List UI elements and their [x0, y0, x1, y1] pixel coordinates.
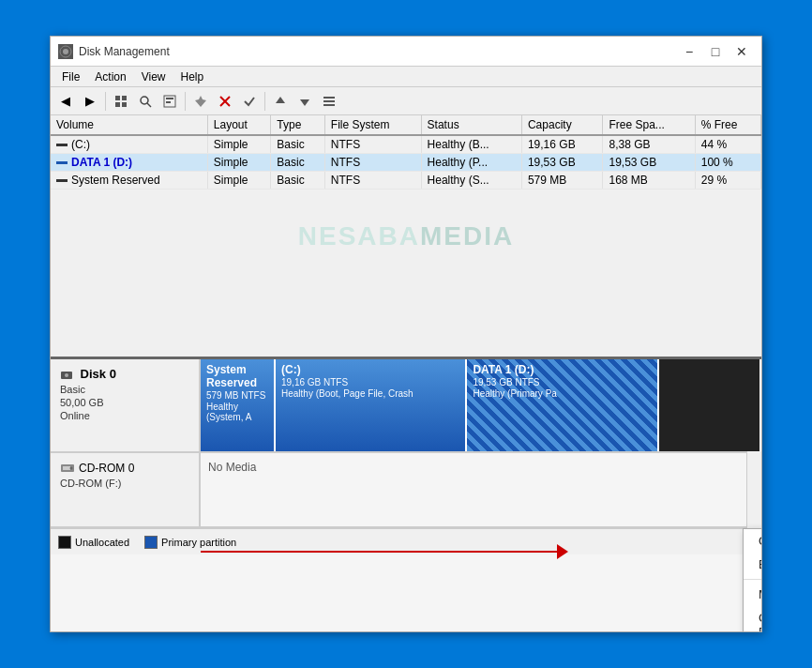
- cell-capacity: 19,16 GB: [521, 135, 603, 154]
- search-button[interactable]: [134, 90, 157, 113]
- watermark-text1: NESABA: [298, 221, 420, 250]
- svg-rect-9: [166, 98, 173, 99]
- col-filesystem[interactable]: File System: [324, 115, 421, 135]
- view-button[interactable]: [110, 90, 132, 113]
- cell-fs: NTFS: [324, 154, 421, 172]
- svg-rect-10: [166, 101, 171, 103]
- partition-size: 579 MB NTFS: [206, 390, 268, 401]
- list-button[interactable]: [318, 90, 340, 113]
- forward-button[interactable]: ▶: [79, 90, 101, 113]
- watermark-text2: MEDIA: [420, 221, 514, 250]
- legend-swatch-primary: [144, 536, 158, 549]
- maximize-button[interactable]: □: [703, 39, 728, 64]
- col-status[interactable]: Status: [421, 115, 521, 135]
- cell-volume: (C:): [51, 135, 207, 154]
- partition-name: System Reserved: [206, 363, 268, 389]
- cell-free: 19,53 GB: [603, 154, 695, 172]
- partition-name: DATA 1 (D:): [473, 363, 651, 376]
- cell-volume: System Reserved: [51, 172, 207, 190]
- disk0-size: 50,00 GB: [60, 397, 189, 408]
- partition-status: Healthy (System, A: [206, 402, 268, 422]
- partition-d[interactable]: DATA 1 (D:) 19,53 GB NTFS Healthy (Prima…: [467, 359, 658, 451]
- context-open[interactable]: Open: [744, 529, 761, 553]
- table-row[interactable]: System Reserved Simple Basic NTFS Health…: [51, 172, 761, 190]
- cell-capacity: 19,53 GB: [521, 154, 603, 172]
- move-down-button[interactable]: [293, 90, 316, 113]
- menu-bar: File Action View Help: [51, 67, 761, 87]
- toolbar-separator-3: [264, 92, 265, 111]
- title-bar: Disk Management − □ ✕: [51, 37, 761, 67]
- context-sep-1: [744, 579, 761, 580]
- drive-icon: [56, 179, 68, 182]
- partition-c[interactable]: (C:) 19,16 GB NTFS Healthy (Boot, Page F…: [276, 359, 467, 451]
- context-explore[interactable]: Explore: [744, 553, 761, 576]
- cell-fs: NTFS: [324, 172, 421, 190]
- table-row[interactable]: (C:) Simple Basic NTFS Healthy (B... 19,…: [51, 135, 761, 154]
- svg-point-22: [70, 467, 73, 470]
- context-mark-active[interactable]: Mark Partition as Active: [744, 583, 761, 606]
- disk0-type: Basic: [60, 384, 189, 395]
- svg-marker-14: [300, 99, 309, 106]
- pin-button[interactable]: [189, 90, 212, 113]
- volume-table-panel: NESABAMEDIA Volume Layout Type File Syst…: [51, 115, 761, 359]
- disk0-partitions: System Reserved 579 MB NTFS Healthy (Sys…: [201, 359, 761, 451]
- minimize-button[interactable]: −: [677, 39, 701, 64]
- cdrom0-label: CD-ROM 0 CD-ROM (F:): [51, 453, 201, 526]
- context-change-letter[interactable]: Change Drive Letter and Paths...: [744, 606, 761, 631]
- watermark: NESABAMEDIA: [298, 221, 514, 251]
- svg-rect-2: [115, 96, 120, 100]
- window-icon: [58, 44, 73, 59]
- cell-percent: 100 %: [695, 154, 760, 172]
- svg-marker-13: [276, 97, 285, 103]
- properties-button[interactable]: [158, 90, 181, 113]
- context-menu: Open Explore Mark Partition as Active Ch…: [743, 528, 761, 631]
- disk0-status: Online: [60, 410, 189, 421]
- cell-type: Basic: [271, 154, 325, 172]
- menu-action[interactable]: Action: [87, 68, 133, 85]
- table-row[interactable]: DATA 1 (D:) Simple Basic NTFS Healthy (P…: [51, 154, 761, 172]
- move-up-button[interactable]: [269, 90, 292, 113]
- svg-rect-15: [323, 97, 335, 99]
- legend-label-unallocated: Unallocated: [75, 537, 129, 548]
- cell-free: 8,38 GB: [603, 135, 695, 154]
- col-volume[interactable]: Volume: [51, 115, 207, 135]
- partition-name: (C:): [281, 363, 459, 376]
- col-layout[interactable]: Layout: [207, 115, 270, 135]
- disk0-label: Disk 0 Basic 50,00 GB Online: [51, 359, 201, 451]
- disk-graphic-panel: Disk 0 Basic 50,00 GB Online System Rese…: [51, 359, 761, 631]
- cell-layout: Simple: [207, 172, 270, 190]
- toolbar-separator-2: [185, 92, 186, 111]
- check-button[interactable]: [238, 90, 261, 113]
- back-button[interactable]: ◀: [54, 90, 77, 113]
- window-title: Disk Management: [79, 45, 677, 58]
- cell-layout: Simple: [207, 154, 270, 172]
- cell-status: Healthy (P...: [421, 154, 521, 172]
- delete-button[interactable]: [214, 90, 236, 113]
- col-free[interactable]: Free Spa...: [603, 115, 695, 135]
- toolbar-separator-1: [105, 92, 106, 111]
- svg-line-7: [147, 103, 151, 107]
- partition-size: 19,16 GB NTFS: [281, 377, 459, 387]
- partition-unallocated[interactable]: [659, 359, 761, 451]
- partition-system-reserved[interactable]: System Reserved 579 MB NTFS Healthy (Sys…: [201, 359, 276, 451]
- svg-rect-16: [323, 100, 335, 102]
- drive-icon: [56, 144, 68, 146]
- svg-rect-17: [323, 104, 335, 106]
- toolbar: ◀ ▶: [51, 87, 761, 115]
- menu-help[interactable]: Help: [173, 68, 212, 85]
- legend-swatch-unallocated: [58, 536, 71, 549]
- partition-status: Healthy (Primary Pa: [473, 388, 651, 399]
- menu-file[interactable]: File: [54, 68, 87, 85]
- col-type[interactable]: Type: [271, 115, 325, 135]
- close-button[interactable]: ✕: [729, 39, 754, 64]
- col-percent[interactable]: % Free: [695, 115, 760, 135]
- col-capacity[interactable]: Capacity: [521, 115, 603, 135]
- disk0-name: Disk 0: [60, 367, 189, 382]
- drive-icon: [56, 161, 68, 164]
- cell-percent: 44 %: [695, 135, 760, 154]
- cell-type: Basic: [271, 135, 325, 154]
- legend-label-primary: Primary partition: [161, 537, 236, 548]
- disk-management-window: Disk Management − □ ✕ File Action View H…: [50, 36, 762, 632]
- table-header-row: Volume Layout Type File System Status Ca…: [51, 115, 761, 135]
- menu-view[interactable]: View: [134, 68, 173, 85]
